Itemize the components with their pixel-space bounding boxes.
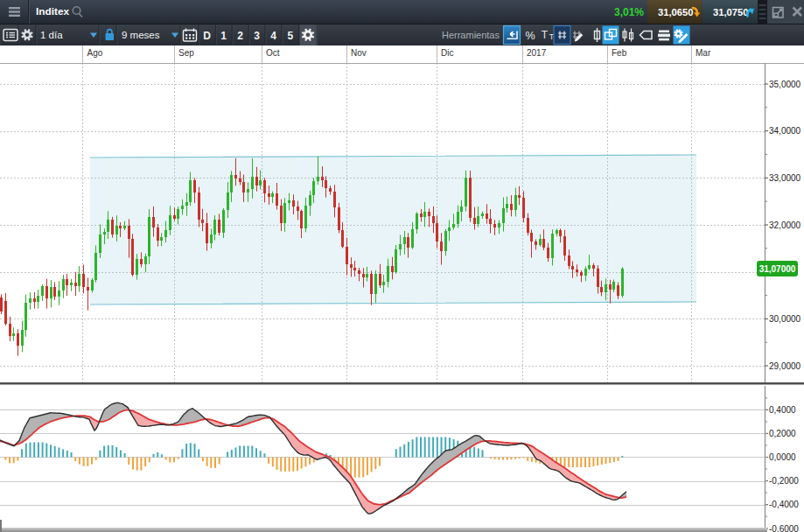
svg-text:33,0000: 33,0000 xyxy=(769,173,801,183)
svg-text:3: 3 xyxy=(254,30,260,42)
svg-text:Inditex: Inditex xyxy=(36,5,69,18)
svg-text:%: % xyxy=(525,30,535,42)
svg-text:D: D xyxy=(203,30,211,42)
svg-text:3,01%: 3,01% xyxy=(614,6,644,18)
svg-text:31,0650: 31,0650 xyxy=(658,7,693,18)
svg-text:9 meses: 9 meses xyxy=(122,30,160,40)
svg-text:2: 2 xyxy=(237,30,243,42)
svg-text:0,4000: 0,4000 xyxy=(769,405,796,415)
svg-text:Sep: Sep xyxy=(178,48,194,58)
svg-text:Mar: Mar xyxy=(696,48,711,58)
svg-text:29,0000: 29,0000 xyxy=(769,361,801,371)
svg-text:0,0000: 0,0000 xyxy=(769,452,796,462)
svg-text:-0,4000: -0,4000 xyxy=(769,500,799,509)
svg-text:32,0000: 32,0000 xyxy=(769,220,801,230)
svg-text:Ago: Ago xyxy=(87,48,103,58)
svg-text:T: T xyxy=(542,29,549,41)
svg-text:1 día: 1 día xyxy=(40,30,63,40)
svg-text:34,0000: 34,0000 xyxy=(769,126,801,136)
svg-text:Feb: Feb xyxy=(612,48,627,58)
svg-text:0,2000: 0,2000 xyxy=(769,429,796,438)
svg-text:1: 1 xyxy=(220,30,227,42)
svg-text:Herramientas: Herramientas xyxy=(442,30,500,40)
svg-text:-0,2000: -0,2000 xyxy=(769,476,799,486)
svg-text:Oct: Oct xyxy=(266,48,280,58)
svg-text:5: 5 xyxy=(288,30,294,42)
svg-text:35,0000: 35,0000 xyxy=(769,80,801,89)
svg-text:Nov: Nov xyxy=(351,48,367,58)
svg-text:31,0750: 31,0750 xyxy=(713,7,748,18)
svg-text:Dic: Dic xyxy=(441,48,453,58)
svg-text:2017: 2017 xyxy=(527,48,547,58)
svg-text:31,07000: 31,07000 xyxy=(759,264,796,274)
svg-text:30,0000: 30,0000 xyxy=(769,314,801,324)
svg-text:-0,6000: -0,6000 xyxy=(769,524,799,532)
svg-text:4: 4 xyxy=(270,30,276,42)
